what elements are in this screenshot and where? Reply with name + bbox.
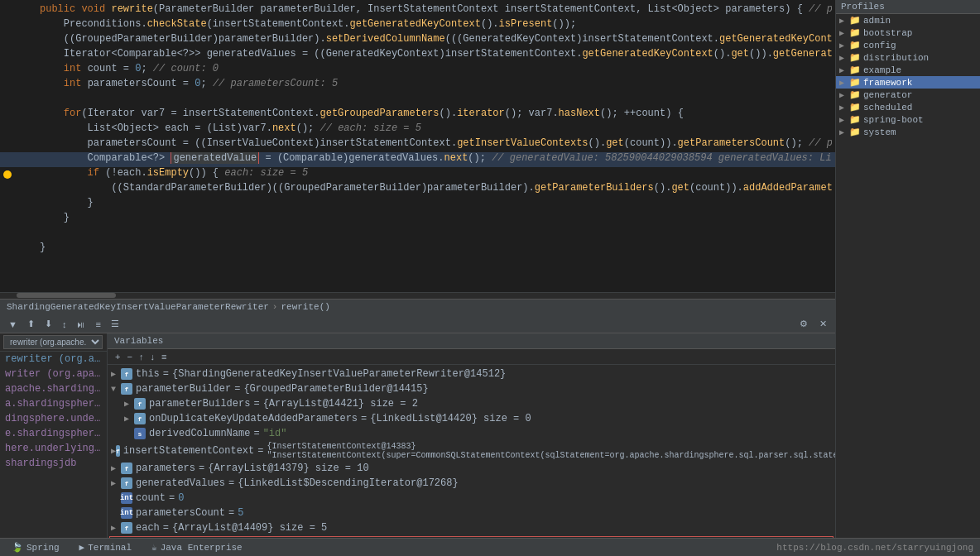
spring-tab[interactable]: 🍃 Spring	[7, 540, 65, 554]
folder-icon-framework: 📁	[849, 77, 861, 88]
sidebar-item-example[interactable]: ▶ 📁 example	[836, 64, 980, 76]
debug-btn-5[interactable]: ⏯	[73, 318, 89, 331]
sidebar-item-framework[interactable]: ▶ 📁 framework	[836, 76, 980, 89]
code-line-14: }	[0, 197, 835, 212]
stack-frame-5[interactable]: dingsphere.underlying.re	[0, 411, 107, 426]
project-sidebar: Profiles ▶ 📁 admin ▶ 📁 bootstrap ▶ 📁 con…	[835, 0, 980, 538]
variables-tab-label: Variables	[114, 336, 163, 346]
var-toggle-this[interactable]: ▶	[111, 369, 121, 379]
variables-content[interactable]: ▶ f this = {ShardingGeneratedKeyInsertVa…	[108, 365, 835, 538]
debug-btn-2[interactable]: ⬆	[24, 317, 38, 331]
var-row-onduplicate[interactable]: ▶ f onDuplicateKeyUpdateAddedParameters …	[108, 411, 835, 426]
code-content-2: Preconditions.checkState(insertStatement…	[40, 18, 832, 30]
var-row-count[interactable]: ▶ int count = 0	[108, 491, 835, 506]
java-enterprise-tab[interactable]: ☕ Java Enterprise	[147, 540, 247, 554]
debug-toolbar: ▼ ⬆ ⬇ ↕ ⏯ ≡ ☰ ⚙ ✕	[0, 315, 835, 333]
breadcrumb: ShardingGeneratedKeyInsertValueParameter…	[0, 299, 835, 314]
var-row-each[interactable]: ▶ f each = {ArrayList@14409} size = 5	[108, 520, 835, 535]
main-container: public void rewrite(ParameterBuilder par…	[0, 0, 980, 538]
code-line-5: int count = 0; // count: 0	[0, 63, 835, 78]
sidebar-item-bootstrap[interactable]: ▶ 📁 bootstrap	[836, 26, 980, 39]
tree-arrow-config: ▶	[839, 41, 849, 50]
var-toggle-odku[interactable]: ▶	[124, 414, 134, 424]
var-row-paramscount[interactable]: ▶ int parametersCount = 5	[108, 506, 835, 520]
debug-btn-1[interactable]: ▼	[5, 318, 21, 331]
var-toggle-each[interactable]: ▶	[111, 523, 121, 533]
sidebar-item-admin[interactable]: ▶ 📁 admin	[836, 14, 980, 26]
var-row-genvalues[interactable]: ▶ f generatedValues = {LinkedList$Descen…	[108, 476, 835, 491]
code-content-18	[40, 256, 832, 268]
code-line-3: ((GroupedParameterBuilder)parameterBuild…	[0, 33, 835, 48]
spring-label: Spring	[26, 543, 60, 553]
debug-btn-6[interactable]: ≡	[92, 318, 103, 331]
settings-icon[interactable]: ⚙	[796, 317, 811, 331]
debug-btn-4[interactable]: ↕	[59, 318, 70, 331]
code-line-8: for(Iterator var7 = insertStatementConte…	[0, 108, 835, 122]
folder-icon-config: 📁	[849, 40, 861, 50]
var-icon-params: f	[121, 463, 132, 474]
terminal-label: Terminal	[88, 543, 132, 553]
debug-btn-3[interactable]: ⬇	[41, 317, 55, 331]
var-toggle-dcn[interactable]: ▶	[124, 429, 134, 439]
stack-frame-3[interactable]: apache.shardingsphere.sh	[0, 381, 107, 396]
sidebar-title: Profiles	[841, 2, 885, 12]
var-row-insertctx[interactable]: ▶ f insertStatementContext = {InsertStat…	[108, 441, 835, 461]
sidebar-label-config: config	[863, 41, 896, 50]
code-line-4: Iterator<Comparable<?>> generatedValues …	[0, 48, 835, 63]
sidebar-item-distribution[interactable]: ▶ 📁 distribution	[836, 51, 980, 64]
debug-layout: rewriter (org.apache.shards... rewriter …	[0, 333, 835, 538]
debug-panel: ▼ ⬆ ⬇ ↕ ⏯ ≡ ☰ ⚙ ✕ rewriter (org.a	[0, 314, 835, 538]
terminal-tab[interactable]: ▶ Terminal	[74, 540, 137, 554]
var-row-parameterbuilder[interactable]: ▼ f parameterBuilder = {GroupedParameter…	[108, 381, 835, 396]
var-down-btn[interactable]: ↓	[147, 351, 157, 362]
var-toggle-pbs[interactable]: ▶	[124, 399, 134, 409]
var-toggle-params[interactable]: ▶	[111, 463, 121, 473]
sidebar-item-config[interactable]: ▶ 📁 config	[836, 39, 980, 51]
horizontal-scrollbar[interactable]	[0, 292, 835, 299]
sidebar-header: Profiles	[836, 0, 980, 14]
close-debug-icon[interactable]: ✕	[816, 317, 830, 331]
var-icon-odku: f	[134, 413, 146, 424]
code-line-16	[0, 227, 835, 242]
stack-frame-8[interactable]: shardingsjdb	[0, 456, 107, 471]
code-content-14: }	[40, 197, 832, 208]
code-line-9: List<Object> each = (List)var7.next(); /…	[0, 122, 835, 137]
code-content-17: }	[40, 242, 832, 253]
stack-frame-4[interactable]: a.shardingsphere.underl	[0, 396, 107, 411]
stack-frame-1[interactable]: rewriter (org.apache.shardingsphere	[0, 352, 107, 367]
folder-icon-distribution: 📁	[849, 52, 861, 63]
code-editor[interactable]: public void rewrite(ParameterBuilder par…	[0, 0, 835, 292]
breadcrumb-class: ShardingGeneratedKeyInsertValueParameter…	[7, 302, 269, 312]
status-url: https://blog.csdn.net/starryuingjong	[776, 543, 973, 553]
var-row-parameterbuilders[interactable]: ▶ f parameterBuilders = {ArrayList@14421…	[108, 396, 835, 411]
stack-frame-7[interactable]: here.underlying.pluggble.p	[0, 441, 107, 456]
var-icon-pc: int	[121, 507, 132, 519]
stack-frame-6[interactable]: e.shardingsphere.underly	[0, 426, 107, 441]
var-toggle-gv[interactable]: ▶	[111, 478, 121, 488]
var-row-this[interactable]: ▶ f this = {ShardingGeneratedKeyInsertVa…	[108, 367, 835, 381]
terminal-icon: ▶	[79, 542, 85, 553]
stack-frames-panel: rewriter (org.apache.shards... rewriter …	[0, 333, 108, 538]
folder-icon-generator: 📁	[849, 89, 861, 100]
var-add-btn[interactable]: +	[113, 351, 122, 362]
folder-icon-example: 📁	[849, 65, 861, 75]
var-up-btn[interactable]: ↑	[137, 351, 147, 362]
scrollbar-thumb[interactable]	[17, 293, 116, 298]
java-enterprise-label: Java Enterprise	[161, 543, 243, 553]
sidebar-item-scheduled[interactable]: ▶ 📁 scheduled	[836, 101, 980, 113]
sidebar-label-framework: framework	[863, 78, 912, 88]
var-row-derivedcolumn[interactable]: ▶ s derivedColumnName = "id"	[108, 426, 835, 441]
code-line-15: }	[0, 212, 835, 227]
var-row-parameters[interactable]: ▶ f parameters = {ArrayList@14379} size …	[108, 461, 835, 476]
var-remove-btn[interactable]: −	[124, 351, 134, 362]
stack-frame-2[interactable]: writer (org.apache.shardi	[0, 367, 107, 381]
stack-dropdown[interactable]: rewriter (org.apache.shards...	[3, 335, 103, 349]
var-toggle-pb[interactable]: ▼	[111, 385, 121, 394]
sidebar-item-generator[interactable]: ▶ 📁 generator	[836, 89, 980, 101]
sidebar-item-springboot[interactable]: ▶ 📁 spring-boot	[836, 113, 980, 126]
code-content-3: ((GroupedParameterBuilder)parameterBuild…	[40, 33, 832, 45]
debug-btn-7[interactable]: ☰	[108, 317, 122, 331]
sidebar-item-system[interactable]: ▶ 📁 system	[836, 126, 980, 138]
java-icon: ☕	[151, 542, 157, 553]
var-filter-btn[interactable]: ≡	[159, 351, 169, 362]
